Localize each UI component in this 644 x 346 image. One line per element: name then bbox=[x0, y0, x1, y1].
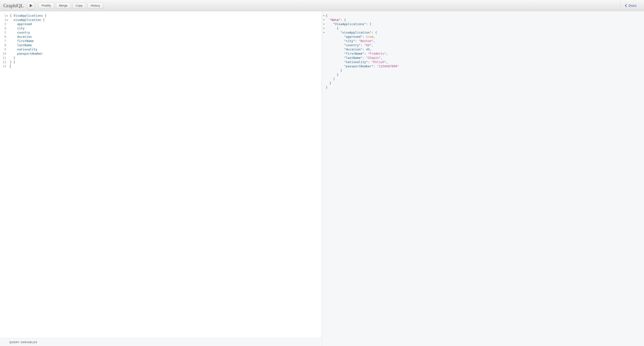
line-number: 6 bbox=[0, 35, 8, 39]
result-line: "country": "US", bbox=[326, 43, 399, 47]
result-line: "data": { bbox=[326, 18, 399, 22]
code-line[interactable]: duration bbox=[10, 35, 46, 39]
code-line[interactable]: approved bbox=[10, 22, 46, 26]
result-line: } bbox=[326, 68, 399, 73]
result-line: "city": "Boston", bbox=[326, 39, 399, 43]
code-line[interactable]: firstName bbox=[10, 39, 46, 43]
code-line[interactable]: { VisaApplications { bbox=[10, 14, 46, 18]
code-line[interactable]: visaApplication { bbox=[10, 18, 46, 22]
query-editor[interactable]: 1▼2▼3 4 5 6 7 8 9 10 11 12 13 { VisaAppl… bbox=[0, 11, 322, 338]
logo-pre: Graph bbox=[3, 3, 16, 9]
result-line: } bbox=[326, 81, 399, 85]
fold-gutter-cell bbox=[322, 39, 326, 43]
execute-button[interactable] bbox=[27, 2, 35, 10]
line-number: 3 bbox=[0, 22, 8, 26]
result-line: "duration": 40, bbox=[326, 47, 399, 52]
line-number: 9 bbox=[0, 47, 8, 52]
code-line[interactable]: } bbox=[10, 56, 46, 60]
fold-gutter-cell[interactable]: ▼ bbox=[322, 26, 326, 31]
line-number: 4 bbox=[0, 26, 8, 31]
line-number: 8 bbox=[0, 43, 8, 47]
fold-gutter-cell[interactable]: ▼ bbox=[322, 18, 326, 22]
docs-toggle[interactable]: Docs bbox=[620, 0, 641, 11]
query-column: 1▼2▼3 4 5 6 7 8 9 10 11 12 13 { VisaAppl… bbox=[0, 11, 322, 346]
result-line: { bbox=[326, 14, 399, 18]
result-line: "firstName": "Frederic", bbox=[326, 52, 399, 56]
docs-label: Docs bbox=[628, 4, 636, 8]
fold-gutter-cell bbox=[322, 68, 326, 73]
chevron-left-icon bbox=[625, 4, 627, 7]
query-variables-label: Query Variables bbox=[9, 341, 37, 344]
fold-gutter-cell[interactable]: ▼ bbox=[322, 14, 326, 18]
fold-gutter-cell bbox=[322, 56, 326, 60]
line-number: 2▼ bbox=[0, 18, 8, 22]
result-line: "approved": true, bbox=[326, 35, 399, 39]
code-line[interactable] bbox=[10, 64, 46, 68]
app-logo: GraphiQL bbox=[3, 3, 24, 9]
fold-gutter-cell bbox=[322, 52, 326, 56]
result-viewer[interactable]: ▼▼▼▼▼ { "data": { "VisaApplications": [ … bbox=[322, 11, 644, 346]
fold-gutter-cell[interactable]: ▼ bbox=[322, 22, 326, 26]
code-line[interactable]: city bbox=[10, 26, 46, 31]
query-gutter: 1▼2▼3 4 5 6 7 8 9 10 11 12 13 bbox=[0, 14, 9, 338]
fold-icon[interactable]: ▼ bbox=[7, 14, 8, 18]
fold-gutter-cell bbox=[322, 81, 326, 85]
fold-gutter-cell bbox=[322, 64, 326, 68]
fold-gutter-cell bbox=[322, 43, 326, 47]
code-line[interactable]: country bbox=[10, 31, 46, 35]
line-number: 12 bbox=[0, 60, 8, 64]
line-number: 10 bbox=[0, 52, 8, 56]
result-line: "passportNumber": "1234567890" bbox=[326, 64, 399, 68]
fold-icon[interactable]: ▼ bbox=[7, 18, 8, 22]
result-line: "lastName": "Chopin", bbox=[326, 56, 399, 60]
result-line: { bbox=[326, 26, 399, 31]
query-variables-bar[interactable]: Query Variables bbox=[0, 338, 322, 346]
fold-gutter-cell bbox=[322, 47, 326, 52]
fold-gutter-cell[interactable]: ▼ bbox=[322, 31, 326, 35]
code-line[interactable]: passportNumber bbox=[10, 52, 46, 56]
result-line: "visaApplication": { bbox=[326, 31, 399, 35]
fold-gutter-cell bbox=[322, 77, 326, 81]
history-button[interactable]: History bbox=[88, 3, 103, 9]
query-code[interactable]: { VisaApplications { visaApplication { a… bbox=[9, 14, 46, 338]
line-number: 11 bbox=[0, 56, 8, 60]
toolbar: GraphiQL Prettify Merge Copy History Doc… bbox=[0, 0, 644, 11]
result-line: } bbox=[326, 73, 399, 77]
fold-gutter-cell bbox=[322, 85, 326, 90]
toolbar-button-group: Prettify Merge Copy History bbox=[38, 3, 103, 9]
fold-gutter-cell bbox=[322, 60, 326, 64]
fold-gutter-cell bbox=[322, 73, 326, 77]
merge-button[interactable]: Merge bbox=[56, 3, 71, 9]
play-icon bbox=[30, 4, 33, 7]
code-line[interactable]: } } bbox=[10, 60, 46, 64]
code-line[interactable]: nationality bbox=[10, 47, 46, 52]
line-number: 7 bbox=[0, 39, 8, 43]
copy-button[interactable]: Copy bbox=[72, 3, 86, 9]
logo-post: QL bbox=[17, 3, 24, 9]
result-code: { "data": { "VisaApplications": [ { "vis… bbox=[326, 14, 399, 344]
line-number: 5 bbox=[0, 31, 8, 35]
fold-gutter-cell bbox=[322, 35, 326, 39]
result-line: } bbox=[326, 85, 399, 90]
code-line[interactable]: lastName bbox=[10, 43, 46, 47]
text-cursor bbox=[10, 64, 10, 68]
result-line: "VisaApplications": [ bbox=[326, 22, 399, 26]
workspace: 1▼2▼3 4 5 6 7 8 9 10 11 12 13 { VisaAppl… bbox=[0, 11, 644, 346]
line-number: 13 bbox=[0, 64, 8, 68]
result-gutter: ▼▼▼▼▼ bbox=[322, 14, 326, 344]
line-number: 1▼ bbox=[0, 14, 8, 18]
result-line: ] bbox=[326, 77, 399, 81]
result-line: "nationality": "Polish", bbox=[326, 60, 399, 64]
prettify-button[interactable]: Prettify bbox=[38, 3, 54, 9]
